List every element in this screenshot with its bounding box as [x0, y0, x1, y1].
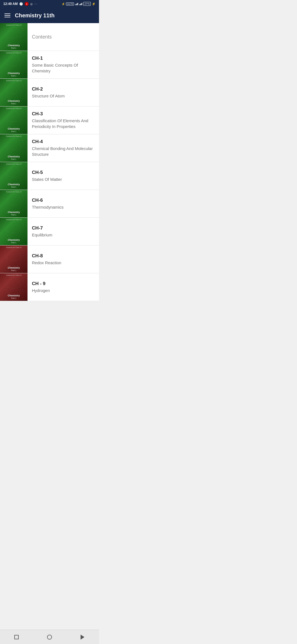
item-title: Chemical Bonding And Molecular Structure: [32, 146, 95, 157]
book-cover: Textbook for Class XI Chemistry Part 1: [0, 162, 28, 190]
list-item[interactable]: Textbook for Class XI Chemistry Part 1 C…: [0, 51, 99, 79]
book-cover: Textbook for Class XI Chemistry Part 1: [0, 245, 28, 273]
status-time: 12:49 AM: [3, 2, 18, 6]
app-title: Chemistry 11th: [15, 12, 55, 19]
item-chapter: CH-1: [32, 56, 95, 61]
svg-point-8: [4, 80, 23, 94]
list-item[interactable]: Textbook for Class XI Chemistry Part 1 C…: [0, 79, 99, 107]
book-cover: Textbook for Class XI Chemistry Part 1: [0, 134, 28, 162]
svg-point-16: [4, 136, 23, 149]
item-chapter: CH-5: [32, 170, 95, 175]
status-right: ⚡ VoLTE 27% ⚡: [62, 2, 96, 6]
bluetooth-icon: ⚡: [62, 2, 65, 6]
record-icon: ●: [25, 2, 29, 6]
svg-line-30: [3, 223, 25, 240]
svg-line-10: [3, 84, 25, 101]
status-left: 12:49 AM 🕐 ● ◎ ···: [3, 2, 38, 6]
book-cover: Textbook for Class XI Chemistry Part 1: [0, 23, 28, 51]
item-chapter: CH-2: [32, 86, 95, 92]
item-text: CH-2 Structure Of Atom: [28, 83, 99, 102]
signal-bars-1: [75, 2, 78, 5]
item-title: Some Basic Concepts Of Chemistry: [32, 62, 95, 74]
item-text: CH-8 Redox Reaction: [28, 250, 99, 269]
svg-line-26: [3, 195, 25, 212]
book-cover: Textbook for Class XI Chemistry Part 1: [0, 107, 28, 134]
svg-line-6: [3, 56, 25, 73]
item-title: Structure Of Atom: [32, 93, 95, 99]
item-text: CH-5 States Of Matter: [28, 167, 99, 185]
svg-line-34: [3, 251, 25, 268]
app-bar: Chemistry 11th: [0, 8, 99, 23]
item-text: CH - 9 Hydrogen: [28, 278, 99, 297]
hamburger-menu-button[interactable]: [4, 13, 10, 17]
alarm-icon: 🕐: [19, 2, 23, 6]
svg-point-28: [4, 219, 23, 233]
charging-icon: ⚡: [92, 2, 96, 6]
item-contents-label: Contents: [28, 31, 99, 43]
svg-line-2: [3, 29, 25, 45]
book-cover: Textbook for Class XI Chemistry Part 1: [0, 51, 28, 78]
item-text: CH-4 Chemical Bonding And Molecular Stru…: [28, 136, 99, 160]
item-chapter: CH-8: [32, 253, 95, 259]
item-title: Hydrogen: [32, 288, 95, 293]
book-cover: Textbook for Class XI Chemistry Part 1: [0, 273, 28, 301]
item-text: CH-6 Thermodynamics: [28, 194, 99, 213]
list-item[interactable]: Textbook for Class XI Chemistry Part 1 C…: [0, 218, 99, 245]
svg-line-38: [3, 279, 25, 295]
svg-line-22: [3, 168, 25, 184]
book-cover: Textbook for Class XI Chemistry Part 1: [0, 79, 28, 106]
signal-bars-2: [79, 2, 82, 5]
chapter-list: Textbook for Class XI Chemistry Part 1 C…: [0, 23, 99, 315]
svg-point-32: [4, 247, 23, 261]
item-chapter: CH - 9: [32, 281, 95, 286]
list-item[interactable]: Textbook for Class XI Chemistry Part 1 C…: [0, 162, 99, 190]
item-title: States Of Matter: [32, 176, 95, 182]
svg-point-12: [4, 108, 23, 122]
vpn-icon: ◎: [30, 2, 33, 6]
list-item[interactable]: Textbook for Class XI Chemistry Part 1 C…: [0, 107, 99, 134]
item-chapter: CH-3: [32, 111, 95, 117]
list-item[interactable]: Textbook for Class XI Chemistry Part 1 C…: [0, 134, 99, 162]
svg-line-18: [3, 140, 25, 156]
item-title: Classification Of Elements And Periodici…: [32, 118, 95, 129]
svg-point-4: [4, 52, 23, 66]
item-title: Thermodynamics: [32, 204, 95, 210]
item-text: CH-3 Classification Of Elements And Peri…: [28, 108, 99, 133]
more-icon: ···: [34, 2, 37, 6]
volte-icon: VoLTE: [66, 2, 74, 6]
svg-point-24: [4, 191, 23, 205]
svg-point-20: [4, 163, 23, 177]
status-bar: 12:49 AM 🕐 ● ◎ ··· ⚡ VoLTE 27% ⚡: [0, 0, 99, 8]
list-item[interactable]: Textbook for Class XI Chemistry Part 1 C…: [0, 23, 99, 51]
svg-point-0: [4, 24, 23, 38]
svg-point-36: [4, 275, 23, 288]
item-text: CH-7 Equilibrium: [28, 222, 99, 241]
list-item[interactable]: Textbook for Class XI Chemistry Part 1 C…: [0, 273, 99, 301]
item-chapter: CH-7: [32, 225, 95, 231]
item-text: CH-1 Some Basic Concepts Of Chemistry: [28, 52, 99, 77]
svg-line-14: [3, 112, 25, 129]
item-chapter: CH-6: [32, 198, 95, 203]
list-item[interactable]: Textbook for Class XI Chemistry Part 1 C…: [0, 245, 99, 273]
item-title: Equilibrium: [32, 232, 95, 238]
item-title: Redox Reaction: [32, 260, 95, 266]
book-cover: Textbook for Class XI Chemistry Part 1: [0, 218, 28, 245]
book-cover: Textbook for Class XI Chemistry Part 1: [0, 190, 28, 217]
item-chapter: CH-4: [32, 139, 95, 144]
list-item[interactable]: Textbook for Class XI Chemistry Part 1 C…: [0, 190, 99, 218]
battery-icon: 27%: [83, 2, 91, 6]
